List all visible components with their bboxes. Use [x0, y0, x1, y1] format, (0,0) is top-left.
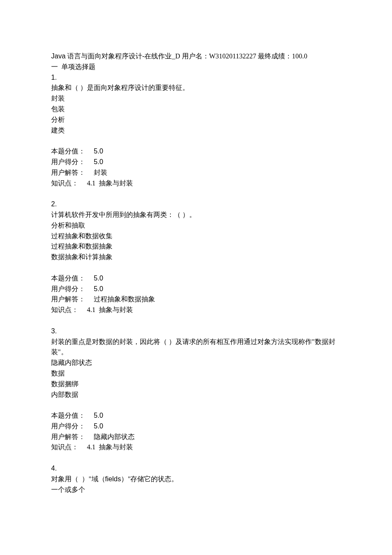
question-option: 一个或多个	[51, 485, 341, 495]
question-option: 过程抽象和数据抽象	[51, 241, 341, 252]
score-value: 5.0	[94, 275, 103, 282]
score-value-label: 本题分值：	[51, 147, 85, 155]
blank-line	[51, 400, 341, 410]
knowledge-point-line: 知识点： 4.1 抽象与封装	[51, 178, 341, 189]
header-rest: 语言与面向对象程序设计-在线作业_D 用户名：W310201132227 最终成…	[66, 52, 307, 60]
user-answer-line: 用户解答： 隐藏内部状态	[51, 432, 341, 442]
user-answer: 封装	[94, 169, 107, 176]
question-stem: 对象用（ ）"域（fields）"存储它的状态。	[51, 474, 341, 485]
user-score-line: 用户得分： 5.0	[51, 284, 341, 295]
user-answer: 过程抽象和数据抽象	[94, 295, 155, 303]
score-value: 5.0	[94, 147, 103, 155]
knowledge-point: 4.1 抽象与封装	[87, 306, 133, 313]
score-value-label: 本题分值：	[51, 412, 85, 419]
question-stem: 封装的重点是对数据的封装，因此将（ ）及请求的所有相互作用通过对象方法实现称作"…	[51, 337, 341, 358]
knowledge-point-label: 知识点：	[51, 306, 78, 313]
user-score-label: 用户得分：	[51, 158, 85, 165]
stem-pre: 对象用（ ）"域（	[51, 475, 105, 483]
blank-line	[51, 136, 341, 146]
question-option: 建类	[51, 125, 341, 136]
question-option: 包装	[51, 104, 341, 115]
user-answer-label: 用户解答：	[51, 433, 85, 440]
knowledge-point: 4.1 抽象与封装	[87, 443, 133, 451]
course-code: Java	[51, 52, 66, 60]
score-value-line: 本题分值： 5.0	[51, 146, 341, 157]
knowledge-point-line: 知识点： 4.1 抽象与封装	[51, 305, 341, 315]
stem-mid: fields	[105, 475, 121, 483]
question-stem: 抽象和（ ）是面向对象程序设计的重要特征。	[51, 83, 341, 93]
question-option: 封装	[51, 93, 341, 104]
user-score-line: 用户得分： 5.0	[51, 421, 341, 432]
question-number: 2.	[51, 199, 341, 210]
question-number: 4.	[51, 463, 341, 474]
question-option: 数据捆绑	[51, 379, 341, 390]
question-option: 分析和抽取	[51, 220, 341, 231]
user-score-line: 用户得分： 5.0	[51, 157, 341, 168]
question-option: 分析	[51, 115, 341, 125]
user-score-label: 用户得分：	[51, 285, 85, 292]
question-option: 内部数据	[51, 390, 341, 400]
user-answer-label: 用户解答：	[51, 295, 85, 303]
knowledge-point-line: 知识点： 4.1 抽象与封装	[51, 442, 341, 453]
blank-line	[51, 453, 341, 463]
user-answer-label: 用户解答：	[51, 169, 85, 176]
user-score-label: 用户得分：	[51, 422, 85, 430]
user-score: 5.0	[94, 158, 103, 165]
score-value-line: 本题分值： 5.0	[51, 273, 341, 284]
knowledge-point: 4.1 抽象与封装	[87, 179, 133, 187]
score-value-label: 本题分值：	[51, 275, 85, 282]
question-option: 数据	[51, 368, 341, 379]
user-score: 5.0	[94, 422, 103, 430]
section-title: 一 单项选择题	[51, 62, 341, 72]
question-option: 隐藏内部状态	[51, 358, 341, 368]
knowledge-point-label: 知识点：	[51, 179, 78, 187]
blank-line	[51, 263, 341, 273]
user-answer: 隐藏内部状态	[94, 433, 135, 440]
score-value-line: 本题分值： 5.0	[51, 410, 341, 421]
question-stem: 计算机软件开发中所用到的抽象有两类：（ ）。	[51, 210, 341, 220]
user-score: 5.0	[94, 285, 103, 292]
page-header: Java 语言与面向对象程序设计-在线作业_D 用户名：W31020113222…	[51, 51, 341, 62]
score-value: 5.0	[94, 412, 103, 419]
user-answer-line: 用户解答： 过程抽象和数据抽象	[51, 294, 341, 305]
blank-line	[51, 315, 341, 326]
question-option: 数据抽象和计算抽象	[51, 252, 341, 263]
blank-line	[51, 188, 341, 199]
user-answer-line: 用户解答： 封装	[51, 168, 341, 178]
knowledge-point-label: 知识点：	[51, 443, 78, 451]
question-option: 过程抽象和数据收集	[51, 231, 341, 242]
question-number: 1.	[51, 72, 341, 83]
question-number: 3.	[51, 326, 341, 337]
stem-post: ）"存储它的状态。	[121, 475, 179, 483]
